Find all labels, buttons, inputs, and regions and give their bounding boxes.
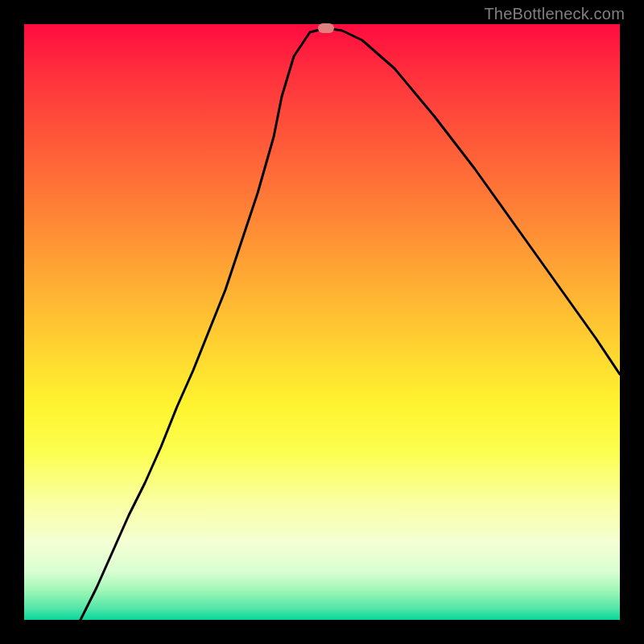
plot-area bbox=[24, 24, 620, 620]
minimum-marker bbox=[318, 23, 334, 33]
branding-text: TheBottleneck.com bbox=[484, 5, 625, 23]
bottleneck-curve bbox=[24, 24, 620, 620]
curve-path bbox=[80, 28, 620, 620]
chart-frame: TheBottleneck.com bbox=[0, 0, 644, 644]
